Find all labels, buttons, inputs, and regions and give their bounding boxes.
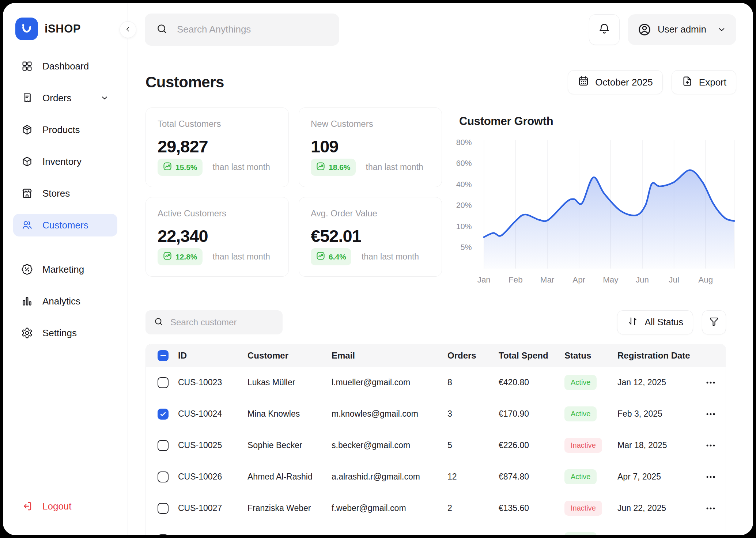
cell-registration-date: Jan 12, 2025 <box>617 378 705 387</box>
cell-registration-date: Feb 3, 2025 <box>617 409 705 419</box>
date-range-label: October 2025 <box>595 77 653 88</box>
cell-total-spend: €420.80 <box>499 378 564 387</box>
sidebar-item-orders[interactable]: Orders <box>13 87 117 109</box>
table-toolbar: All Status <box>145 310 726 334</box>
row-menu-button[interactable] <box>705 409 716 420</box>
settings-icon <box>21 327 33 339</box>
sidebar-item-label: Inventory <box>42 156 82 167</box>
row-checkbox[interactable] <box>158 503 169 514</box>
sidebar-item-products[interactable]: Products <box>13 118 117 141</box>
sidebar-item-stores[interactable]: Stores <box>13 182 117 205</box>
cell-registration-date: Mar 18, 2025 <box>617 440 705 450</box>
row-checkbox[interactable] <box>158 471 169 482</box>
row-menu-button[interactable] <box>705 503 716 514</box>
date-range-button[interactable]: October 2025 <box>568 70 663 94</box>
col-email: Email <box>332 351 447 361</box>
logout-button[interactable]: Logout <box>13 495 117 518</box>
stat-card: New Customers 109 18.6% than last month <box>299 107 442 187</box>
sidebar-item-label: Marketing <box>42 264 84 275</box>
sidebar-item-inventory[interactable]: Inventory <box>13 150 117 173</box>
analytics-icon <box>21 295 33 307</box>
table-row[interactable]: CUS-10028 Jonas Schneider j.schneider@gm… <box>146 524 726 535</box>
sidebar-item-label: Dashboard <box>42 61 89 72</box>
row-checkbox[interactable] <box>158 377 169 388</box>
global-search[interactable] <box>145 14 339 46</box>
col-orders: Orders <box>447 351 499 361</box>
cell-id: CUS-10027 <box>178 503 247 513</box>
customer-search[interactable] <box>145 310 283 334</box>
orders-icon <box>21 92 33 104</box>
products-icon <box>21 124 33 136</box>
funnel-icon <box>708 316 719 328</box>
table-row[interactable]: CUS-10024 Mina Knowles m.knowles@gmail.c… <box>146 398 726 430</box>
stat-label: New Customers <box>311 119 430 129</box>
customer-search-input[interactable] <box>170 317 284 328</box>
cell-orders: 5 <box>447 440 499 450</box>
table-row[interactable]: CUS-10027 Franziska Weber f.weber@gmail.… <box>146 493 726 524</box>
page-actions: October 2025 Export <box>568 70 736 94</box>
notifications-button[interactable] <box>589 14 620 45</box>
cell-customer: Ahmed Al-Rashid <box>247 472 332 482</box>
table-body: CUS-10023 Lukas Müller l.mueller@gmail.c… <box>146 367 726 535</box>
cell-id: CUS-10026 <box>178 472 247 482</box>
row-checkbox[interactable] <box>158 409 169 420</box>
sidebar-item-dashboard[interactable]: Dashboard <box>13 55 117 77</box>
delta-badge: 12.8% <box>158 248 203 265</box>
sidebar-nav: Dashboard Orders Products Inventory Stor… <box>13 55 117 353</box>
export-button[interactable]: Export <box>672 70 736 94</box>
table-row[interactable]: CUS-10026 Ahmed Al-Rashid a.alrashid.r@g… <box>146 461 726 493</box>
row-checkbox[interactable] <box>158 440 169 451</box>
status-filter-button[interactable]: All Status <box>617 310 693 334</box>
sidebar-item-customers[interactable]: Customers <box>13 214 117 236</box>
sidebar-item-label: Analytics <box>42 296 80 307</box>
cell-total-spend: €874.80 <box>499 472 564 482</box>
cell-id: CUS-10028 <box>178 535 247 535</box>
row-menu-button[interactable] <box>705 440 716 451</box>
trend-up-icon <box>316 251 325 262</box>
nav-gap <box>13 246 117 258</box>
cell-id: CUS-10025 <box>178 440 247 450</box>
cell-email: s.becker@gmail.com <box>332 440 447 450</box>
sidebar-item-label: Stores <box>42 188 70 199</box>
customers-table: ID Customer Email Orders Total Spend Sta… <box>145 344 726 535</box>
cell-registration-date: Apr 7, 2025 <box>617 472 705 482</box>
cell-email: j.schneider@gmail.com <box>332 535 447 535</box>
filter-button[interactable] <box>702 310 726 334</box>
sidebar-item-marketing[interactable]: Marketing <box>13 258 117 281</box>
status-badge: Active <box>564 469 597 484</box>
svg-text:Jan: Jan <box>477 275 491 284</box>
svg-text:80%: 80% <box>456 138 472 147</box>
row-checkbox[interactable] <box>158 534 169 535</box>
table-row[interactable]: CUS-10025 Sophie Becker s.becker@gmail.c… <box>146 430 726 461</box>
col-status: Status <box>564 351 617 361</box>
svg-text:Jun: Jun <box>636 275 649 284</box>
stores-icon <box>21 187 33 199</box>
sidebar-item-settings[interactable]: Settings <box>13 322 117 344</box>
user-menu[interactable]: User admin <box>628 14 736 45</box>
svg-text:Feb: Feb <box>509 275 523 284</box>
cell-id: CUS-10023 <box>178 378 247 387</box>
user-avatar-icon <box>637 22 652 37</box>
bell-icon <box>598 22 611 37</box>
customers-icon <box>21 219 33 231</box>
calendar-icon <box>578 75 589 90</box>
ishop-logo-icon <box>15 18 38 40</box>
delta-badge: 15.5% <box>158 159 203 176</box>
table-row[interactable]: CUS-10023 Lukas Müller l.mueller@gmail.c… <box>146 367 726 398</box>
col-id: ID <box>178 351 247 361</box>
search-icon <box>154 317 164 328</box>
cell-orders: 8 <box>447 378 499 387</box>
stat-card: Active Customers 22,340 12.8% than last … <box>145 197 289 277</box>
row-menu-button[interactable] <box>705 534 716 535</box>
global-search-input[interactable] <box>176 23 328 35</box>
sidebar-item-label: Settings <box>42 327 77 339</box>
sidebar-item-analytics[interactable]: Analytics <box>13 290 117 312</box>
row-menu-button[interactable] <box>705 377 716 388</box>
page-title: Customers <box>145 73 224 91</box>
customer-growth-chart: 5%10%20%40%60%80%JanFebMarAprMayJunJulAu… <box>453 132 736 285</box>
cell-email: a.alrashid.r@gmail.com <box>332 472 447 482</box>
sidebar-collapse-button[interactable] <box>120 21 136 38</box>
row-menu-button[interactable] <box>705 471 716 482</box>
export-icon <box>681 75 693 90</box>
select-all-checkbox[interactable] <box>158 350 169 361</box>
